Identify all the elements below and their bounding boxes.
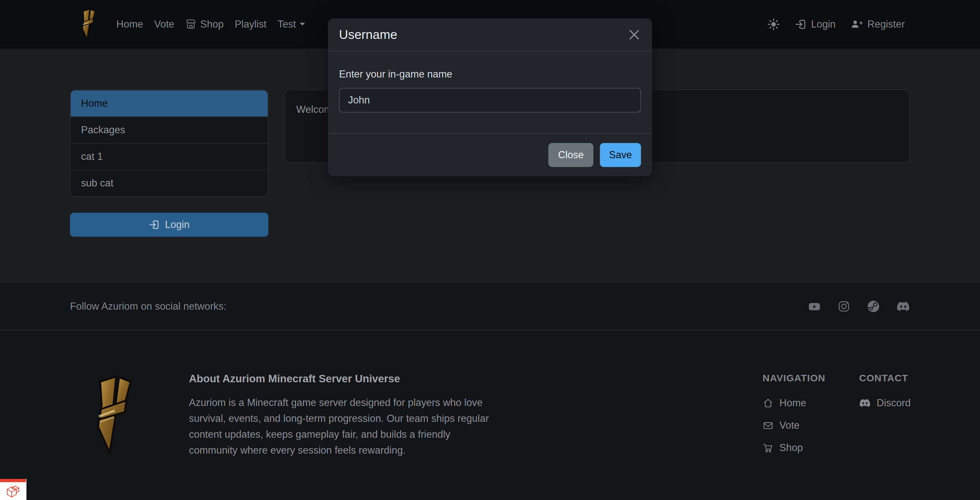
register-icon <box>851 19 863 30</box>
sidebar-item-label: cat 1 <box>81 151 103 162</box>
footer-logo <box>90 375 134 456</box>
footer-navigation-heading: NAVIGATION <box>762 373 826 384</box>
nav-link-label: Test <box>277 19 296 30</box>
sidebar-item-packages[interactable]: Packages <box>71 116 268 143</box>
cart-icon <box>762 442 773 453</box>
footer-navigation: NAVIGATION Home Vote <box>762 373 826 464</box>
modal-body: Enter your in-game name <box>328 51 652 113</box>
youtube-icon[interactable] <box>808 299 821 313</box>
navbar-right: Login Register <box>767 18 905 31</box>
page: Home Vote Shop Playlist Test <box>0 0 980 500</box>
social-heading: Follow Azuriom on social networks: <box>70 301 226 312</box>
site-logo[interactable] <box>80 9 96 40</box>
laravel-devtools-badge[interactable] <box>0 479 27 500</box>
register-label: Register <box>867 19 905 30</box>
modal-footer: Close Save <box>328 133 652 176</box>
close-button[interactable]: Close <box>548 143 593 167</box>
footer-about-title: About Azuriom Minecraft Server Universe <box>189 373 492 385</box>
footer-link-label: Vote <box>780 420 800 431</box>
nav-links: Home Vote Shop Playlist Test <box>116 19 305 30</box>
footer-link-vote[interactable]: Vote <box>762 420 826 431</box>
steam-icon[interactable] <box>867 299 880 313</box>
modal-header: Username <box>328 19 652 51</box>
nav-link-home[interactable]: Home <box>116 19 143 30</box>
footer-contact: CONTACT Discord <box>859 373 911 420</box>
register-link[interactable]: Register <box>851 19 905 30</box>
footer-link-shop[interactable]: Shop <box>762 442 826 454</box>
category-list: Home Packages cat 1 sub cat <box>70 90 268 197</box>
sidebar-item-label: sub cat <box>81 177 113 189</box>
footer-link-label: Discord <box>877 397 911 409</box>
login-label: Login <box>811 19 836 30</box>
username-input[interactable] <box>339 88 641 113</box>
footer-about: About Azuriom Minecraft Server Universe … <box>189 373 492 458</box>
social-icons <box>808 299 910 313</box>
theme-toggle-sun-icon[interactable] <box>767 18 780 31</box>
footer-link-label: Shop <box>780 442 803 454</box>
shop-icon <box>185 19 196 30</box>
nav-dropdown-test[interactable]: Test <box>277 19 305 30</box>
sidebar-item-cat-1[interactable]: cat 1 <box>71 143 268 170</box>
username-field-label: Enter your in-game name <box>339 68 641 80</box>
nav-link-label: Playlist <box>235 19 266 30</box>
sidebar-item-label: Home <box>81 97 108 109</box>
login-icon <box>795 19 807 30</box>
nav-link-label: Shop <box>200 19 224 30</box>
envelope-icon <box>762 420 773 431</box>
username-modal: Username Enter your in-game name Close S… <box>328 19 652 176</box>
footer-link-label: Home <box>780 397 806 409</box>
sidebar-item-sub-cat[interactable]: sub cat <box>71 170 268 196</box>
modal-title: Username <box>339 27 397 42</box>
footer-link-home[interactable]: Home <box>762 397 826 409</box>
nav-link-label: Vote <box>154 19 174 30</box>
nav-link-label: Home <box>116 19 143 30</box>
discord-icon[interactable] <box>896 299 910 313</box>
footer-about-text: Azuriom is a Minecraft game server desig… <box>189 395 492 458</box>
sidebar-item-home[interactable]: Home <box>71 91 268 116</box>
instagram-icon[interactable] <box>837 300 850 313</box>
login-button-label: Login <box>165 219 189 231</box>
nav-link-playerlist[interactable]: Playlist <box>235 19 266 30</box>
footer-link-discord[interactable]: Discord <box>859 397 911 409</box>
nav-link-shop[interactable]: Shop <box>185 19 224 30</box>
caret-down-icon <box>300 23 305 26</box>
house-icon <box>762 398 773 409</box>
footer-contact-heading: CONTACT <box>859 373 911 384</box>
social-strip: Follow Azuriom on social networks: <box>0 283 980 330</box>
laravel-badge-bar <box>0 479 26 482</box>
laravel-icon <box>6 485 20 499</box>
footer: About Azuriom Minecraft Server Universe … <box>0 330 980 500</box>
login-link[interactable]: Login <box>795 19 836 30</box>
sidebar-login-button[interactable]: Login <box>70 213 268 237</box>
sidebar-item-label: Packages <box>81 124 125 136</box>
nav-link-vote[interactable]: Vote <box>154 19 174 30</box>
close-icon[interactable] <box>627 28 641 41</box>
logo-h-icon <box>80 9 96 40</box>
login-icon <box>149 219 160 230</box>
discord-icon <box>859 397 871 409</box>
save-button[interactable]: Save <box>600 143 641 167</box>
